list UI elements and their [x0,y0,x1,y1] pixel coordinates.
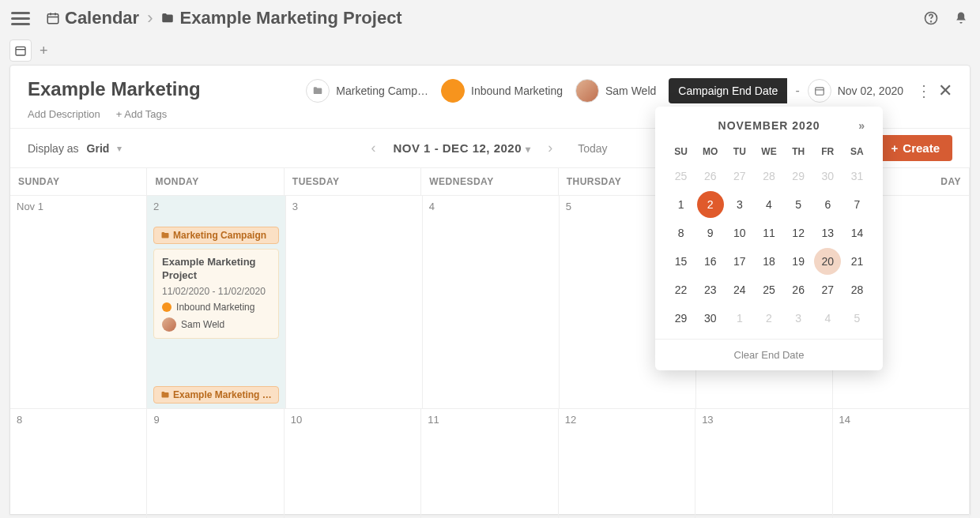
datepicker-day[interactable]: 21 [842,247,872,276]
datepicker-title: NOVEMBER 2020 [718,119,820,132]
datepicker-day[interactable]: 6 [813,190,842,219]
datepicker-day[interactable]: 3 [784,304,813,332]
avatar [162,317,176,332]
campaign-pill[interactable]: Marketing Camp… [306,79,428,103]
datepicker-day[interactable]: 8 [666,219,695,247]
datepicker-dow: FR [813,141,842,162]
datepicker-day[interactable]: 19 [784,247,813,276]
datepicker-day[interactable]: 30 [813,162,842,190]
datepicker-day[interactable]: 1 [666,190,695,219]
event-user: Sam Weld [181,319,224,330]
datepicker-day[interactable]: 3 [725,190,754,219]
datepicker-day[interactable]: 7 [842,190,872,219]
add-tab-button[interactable]: + [40,43,48,59]
datepicker-day[interactable]: 2 [695,190,725,219]
orange-dot-icon [162,302,172,312]
datepicker-day[interactable]: 5 [784,190,813,219]
today-button[interactable]: Today [570,139,615,158]
day-cell[interactable]: 2 Marketing Campaign Example Marketing P… [147,195,286,408]
datepicker-day[interactable]: 27 [725,162,754,190]
day-cell[interactable]: 13 [695,408,832,518]
datepicker-day[interactable]: 4 [813,304,842,332]
chevron-down-icon: ▾ [117,143,122,154]
bell-icon[interactable] [953,10,969,26]
prev-range-button[interactable]: ‹ [364,137,382,160]
datepicker-day[interactable]: 29 [784,162,813,190]
datepicker-day[interactable]: 30 [695,304,725,332]
datepicker-day[interactable]: 10 [725,219,754,247]
clear-end-date-button[interactable]: Clear End Date [655,339,883,370]
user-pill[interactable]: Sam Weld [575,79,656,103]
day-cell[interactable]: 14 [833,408,970,518]
datepicker-popover: NOVEMBER 2020 » SUMOTUWETHFRSA2526272829… [655,107,883,370]
datepicker-day[interactable]: 9 [695,219,725,247]
datepicker-day[interactable]: 25 [666,162,695,190]
day-cell[interactable]: 3 [286,195,423,408]
datepicker-day[interactable]: 17 [725,247,754,276]
event-card[interactable]: Example Marketing Project 11/02/2020 - 1… [153,249,279,339]
day-cell[interactable]: 11 [421,408,558,518]
datepicker-day[interactable]: 14 [842,219,872,247]
day-cell[interactable]: 8 [10,408,147,518]
datepicker-day[interactable]: 4 [754,190,783,219]
dayhead: TUESDAY [285,168,421,195]
next-month-button[interactable]: » [858,119,865,132]
create-label: Create [903,141,940,155]
dayhead: MONDAY [147,168,284,195]
event-tag: Inbound Marketing [176,302,254,313]
event-folder-label: Example Marketing … [173,389,272,400]
create-button[interactable]: + Create [879,135,952,161]
datepicker-day[interactable]: 26 [695,162,725,190]
datepicker-day[interactable]: 24 [725,276,754,304]
calendar-tab[interactable] [9,39,32,62]
event-folder[interactable]: Marketing Campaign [153,227,279,244]
datepicker-day[interactable]: 15 [666,247,695,276]
chevron-right-icon: › [147,8,153,28]
day-cell[interactable]: 10 [285,408,421,518]
event-title: Example Marketing Project [162,256,270,283]
datepicker-day[interactable]: 11 [754,219,783,247]
end-date-chip[interactable]: Nov 02, 2020 [808,79,903,103]
datepicker-day[interactable]: 26 [784,276,813,304]
datepicker-day[interactable]: 12 [784,219,813,247]
help-icon[interactable] [923,10,939,26]
datepicker-day[interactable]: 22 [666,276,695,304]
inbound-pill[interactable]: Inbound Marketing [441,79,563,103]
event-folder[interactable]: Example Marketing … [153,386,279,404]
close-icon[interactable]: ✕ [938,81,952,101]
datepicker-day[interactable]: 23 [695,276,725,304]
breadcrumb-project[interactable]: Example Marketing Project [179,8,401,28]
datepicker-day[interactable]: 5 [842,304,872,332]
more-menu-button[interactable]: ⋮ [916,88,921,93]
page-title: Example Marketing [28,78,201,100]
datepicker-dow: TU [725,141,754,162]
next-range-button[interactable]: › [541,137,559,160]
datepicker-day[interactable]: 13 [813,219,842,247]
breadcrumb: Calendar › Example Marketing Project [46,8,402,28]
day-cell[interactable]: Nov 1 [10,195,147,408]
datepicker-day[interactable]: 31 [842,162,872,190]
add-description-link[interactable]: Add Description [28,108,100,120]
datepicker-day[interactable]: 25 [754,276,783,304]
day-cell[interactable]: 4 [423,195,560,408]
datepicker-day[interactable]: 16 [695,247,725,276]
datepicker-day[interactable]: 2 [754,304,783,332]
datepicker-dow: MO [695,141,725,162]
menu-icon[interactable] [11,9,30,28]
display-as-select[interactable]: Display as Grid ▾ [28,142,122,155]
day-cell[interactable]: 12 [559,408,695,518]
breadcrumb-root[interactable]: Calendar [65,8,139,28]
display-as-value: Grid [87,142,110,155]
dash: - [795,84,799,98]
datepicker-day[interactable]: 28 [842,276,872,304]
datepicker-day[interactable]: 1 [725,304,754,332]
datepicker-day[interactable]: 28 [754,162,783,190]
date-range[interactable]: NOV 1 - DEC 12, 2020 ▾ [393,141,530,155]
datepicker-day[interactable]: 18 [754,247,783,276]
add-tags-link[interactable]: + Add Tags [116,108,167,120]
datepicker-day[interactable]: 29 [666,304,695,332]
datepicker-day[interactable]: 20 [813,247,842,276]
topbar: Calendar › Example Marketing Project [0,0,980,36]
day-cell[interactable]: 9 [147,408,284,518]
datepicker-day[interactable]: 27 [813,276,842,304]
